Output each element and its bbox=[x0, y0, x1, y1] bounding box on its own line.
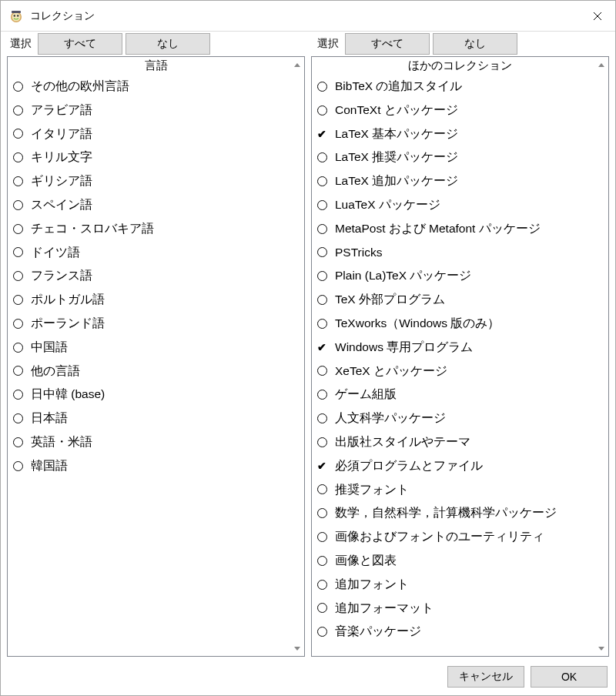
unchecked-icon bbox=[316, 627, 327, 637]
list-item[interactable]: 他の言語 bbox=[8, 360, 304, 383]
list-item[interactable]: 日中韓 (base) bbox=[8, 383, 304, 407]
unchecked-icon bbox=[12, 271, 23, 282]
list-item[interactable]: 中国語 bbox=[8, 336, 304, 360]
unchecked-icon bbox=[12, 318, 23, 329]
unchecked-icon bbox=[316, 579, 327, 590]
toolbar: 選択 すべて なし 選択 すべて なし bbox=[1, 32, 615, 56]
list-item[interactable]: ConTeXt とパッケージ bbox=[312, 99, 608, 122]
scroll-up-icon[interactable] bbox=[292, 59, 303, 70]
cancel-button[interactable]: キャンセル bbox=[447, 666, 524, 688]
list-item-label: 韓国語 bbox=[31, 457, 68, 476]
footer: キャンセル OK bbox=[1, 661, 615, 695]
list-item[interactable]: LaTeX 追加パッケージ bbox=[312, 169, 608, 193]
list-item[interactable]: ポーランド語 bbox=[8, 312, 304, 336]
list-item[interactable]: ✔LaTeX 基本パッケージ bbox=[312, 122, 608, 146]
right-list-header: ほかのコレクション bbox=[312, 57, 608, 75]
list-item[interactable]: 音楽パッケージ bbox=[312, 620, 608, 644]
list-item-label: ゲーム組版 bbox=[335, 385, 397, 404]
list-item[interactable]: アラビア語 bbox=[8, 99, 304, 122]
list-item[interactable]: その他の欧州言語 bbox=[8, 75, 304, 99]
right-none-button[interactable]: なし bbox=[433, 33, 517, 55]
list-item[interactable]: TeXworks（Windows 版のみ） bbox=[312, 312, 608, 336]
list-item[interactable]: 画像およびフォントのユーティリティ bbox=[312, 525, 608, 549]
list-item[interactable]: 追加フォント bbox=[312, 573, 608, 597]
list-item-label: アラビア語 bbox=[31, 101, 92, 120]
list-item[interactable]: チェコ・スロバキア語 bbox=[8, 217, 304, 241]
list-item[interactable]: イタリア語 bbox=[8, 122, 304, 146]
list-item[interactable]: ポルトガル語 bbox=[8, 288, 304, 312]
unchecked-icon bbox=[12, 366, 23, 376]
unchecked-icon bbox=[316, 413, 327, 424]
left-select-label: 選択 bbox=[7, 34, 35, 54]
list-item-label: 人文科学パッケージ bbox=[335, 409, 446, 428]
unchecked-icon bbox=[316, 390, 327, 400]
list-item[interactable]: キリル文字 bbox=[8, 146, 304, 169]
list-item[interactable]: スペイン語 bbox=[8, 193, 304, 217]
list-item[interactable]: LaTeX 推奨パッケージ bbox=[312, 146, 608, 169]
list-item[interactable]: Plain (La)TeX パッケージ bbox=[312, 264, 608, 288]
list-item-label: 中国語 bbox=[31, 338, 68, 357]
list-item-label: 音楽パッケージ bbox=[335, 622, 421, 641]
scroll-down-icon[interactable] bbox=[292, 643, 303, 654]
list-item-label: Windows 専用プログラム bbox=[335, 338, 473, 357]
list-item-label: 数学，自然科学，計算機科学パッケージ bbox=[335, 504, 557, 523]
app-icon bbox=[8, 8, 24, 24]
checkmark-icon: ✔ bbox=[316, 342, 327, 353]
list-item[interactable]: 追加フォーマット bbox=[312, 597, 608, 621]
list-item[interactable]: 出版社スタイルやテーマ bbox=[312, 430, 608, 454]
ok-button[interactable]: OK bbox=[531, 666, 608, 688]
list-item[interactable]: XeTeX とパッケージ bbox=[312, 360, 608, 383]
list-item[interactable]: ゲーム組版 bbox=[312, 383, 608, 407]
list-item-label: 他の言語 bbox=[31, 362, 80, 381]
list-item[interactable]: TeX 外部プログラム bbox=[312, 288, 608, 312]
list-item-label: チェコ・スロバキア語 bbox=[31, 219, 154, 239]
unchecked-icon bbox=[316, 81, 327, 92]
list-item[interactable]: 人文科学パッケージ bbox=[312, 407, 608, 430]
unchecked-icon bbox=[316, 555, 327, 566]
list-item[interactable]: 推奨フォント bbox=[312, 478, 608, 502]
unchecked-icon bbox=[316, 223, 327, 234]
list-item-label: XeTeX とパッケージ bbox=[335, 362, 447, 381]
list-item-label: 画像と図表 bbox=[335, 551, 397, 571]
unchecked-icon bbox=[316, 508, 327, 519]
list-item-label: 出版社スタイルやテーマ bbox=[335, 433, 470, 452]
close-button[interactable] bbox=[580, 1, 615, 32]
unchecked-icon bbox=[12, 437, 23, 447]
unchecked-icon bbox=[316, 176, 327, 187]
unchecked-icon bbox=[12, 295, 23, 306]
unchecked-icon bbox=[12, 81, 23, 92]
scroll-down-icon[interactable] bbox=[596, 643, 607, 654]
list-item[interactable]: BibTeX の追加スタイル bbox=[312, 75, 608, 99]
list-item[interactable]: 韓国語 bbox=[8, 454, 304, 478]
list-item[interactable]: 数学，自然科学，計算機科学パッケージ bbox=[312, 501, 608, 525]
list-item[interactable]: PSTricks bbox=[312, 241, 608, 265]
list-item[interactable]: 英語・米語 bbox=[8, 430, 304, 454]
unchecked-icon bbox=[316, 271, 327, 282]
list-item-label: 英語・米語 bbox=[31, 433, 92, 452]
unchecked-icon bbox=[12, 176, 23, 187]
list-item[interactable]: ドイツ語 bbox=[8, 241, 304, 265]
scroll-up-icon[interactable] bbox=[596, 59, 607, 70]
list-item[interactable]: ✔必須プログラムとファイル bbox=[312, 454, 608, 478]
left-none-button[interactable]: なし bbox=[126, 33, 210, 55]
list-item-label: LaTeX 基本パッケージ bbox=[335, 125, 458, 144]
titlebar: コレクション bbox=[1, 1, 615, 32]
list-item[interactable]: MetaPost および Metafont パッケージ bbox=[312, 217, 608, 241]
left-listbox[interactable]: 言語 その他の欧州言語アラビア語イタリア語キリル文字ギリシア語スペイン語チェコ・… bbox=[7, 56, 305, 657]
list-item[interactable]: フランス語 bbox=[8, 264, 304, 288]
window-title: コレクション bbox=[30, 9, 580, 23]
unchecked-icon bbox=[316, 532, 327, 543]
list-item[interactable]: ✔Windows 専用プログラム bbox=[312, 336, 608, 360]
list-item[interactable]: LuaTeX パッケージ bbox=[312, 193, 608, 217]
svg-rect-4 bbox=[12, 11, 21, 13]
list-item[interactable]: 画像と図表 bbox=[312, 549, 608, 573]
svg-point-3 bbox=[17, 15, 18, 16]
right-listbox[interactable]: ほかのコレクション BibTeX の追加スタイルConTeXt とパッケージ✔L… bbox=[311, 56, 609, 657]
right-all-button[interactable]: すべて bbox=[345, 33, 430, 55]
unchecked-icon bbox=[316, 437, 327, 447]
list-item[interactable]: 日本語 bbox=[8, 407, 304, 430]
list-item-label: LaTeX 追加パッケージ bbox=[335, 172, 458, 191]
left-all-button[interactable]: すべて bbox=[38, 33, 122, 55]
list-item[interactable]: ギリシア語 bbox=[8, 169, 304, 193]
list-item-label: 日中韓 (base) bbox=[31, 385, 105, 404]
